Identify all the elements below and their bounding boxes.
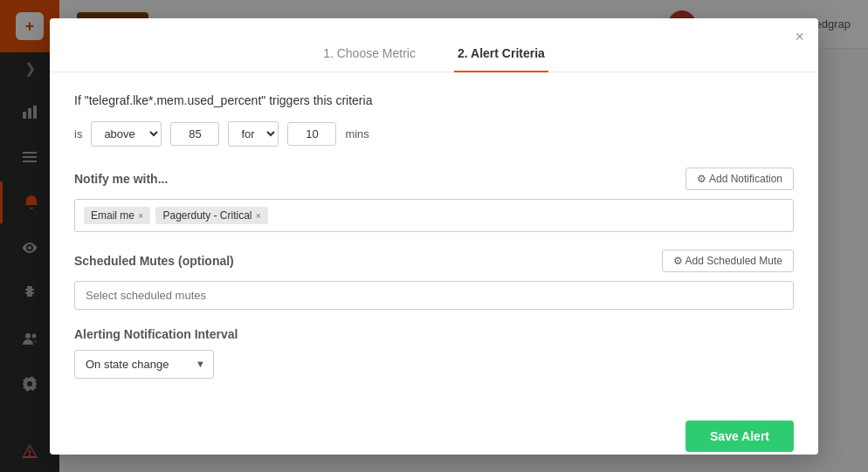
mutes-input[interactable] [74, 281, 794, 310]
modal-header: 1. Choose Metric 2. Alert Criteria × [50, 18, 818, 72]
modal-footer: Save Alert [50, 421, 818, 455]
mutes-section-header: Scheduled Mutes (optional) ⚙ Add Schedul… [74, 250, 794, 272]
tag-email-label: Email me [91, 209, 134, 222]
threshold-input[interactable] [170, 122, 219, 146]
tab-choose-metric[interactable]: 1. Choose Metric [320, 36, 419, 72]
tag-email-close[interactable]: × [138, 210, 143, 221]
modal-overlay: 1. Choose Metric 2. Alert Criteria × If … [0, 0, 868, 472]
criteria-description: If "telegraf.lke*.mem.used_percent" trig… [74, 93, 794, 107]
tag-pagerduty: Pagerduty - Critical × [155, 207, 267, 224]
notify-title: Notify me with... [74, 172, 168, 186]
mins-label: mins [345, 127, 369, 140]
save-alert-button[interactable]: Save Alert [685, 421, 794, 452]
notifications-tags-input[interactable]: Email me × Pagerduty - Critical × [74, 199, 794, 232]
modal: 1. Choose Metric 2. Alert Criteria × If … [50, 18, 818, 455]
notify-section-header: Notify me with... ⚙ Add Notification [74, 168, 794, 190]
add-notification-button[interactable]: ⚙ Add Notification [685, 168, 794, 190]
condition-is-label: is [74, 127, 82, 140]
add-scheduled-mute-button[interactable]: ⚙ Add Scheduled Mute [662, 250, 794, 272]
tag-pagerduty-label: Pagerduty - Critical [162, 209, 251, 222]
modal-close-button[interactable]: × [795, 29, 804, 44]
for-select[interactable]: for [228, 121, 279, 147]
interval-title: Alerting Notification Interval [74, 327, 794, 341]
interval-section: Alerting Notification Interval On state … [74, 327, 794, 379]
condition-row: is above below equals for mins [74, 121, 794, 147]
duration-input[interactable] [287, 122, 336, 146]
tab-alert-criteria[interactable]: 2. Alert Criteria [454, 36, 548, 72]
tag-pagerduty-close[interactable]: × [256, 210, 261, 221]
mutes-title: Scheduled Mutes (optional) [74, 254, 234, 268]
interval-select[interactable]: On state change Every 5 mins Every 15 mi… [74, 350, 214, 379]
tag-email-me: Email me × [84, 207, 150, 224]
operator-select[interactable]: above below equals [91, 121, 162, 147]
interval-select-wrap: On state change Every 5 mins Every 15 mi… [74, 350, 214, 379]
modal-body: If "telegraf.lke*.mem.used_percent" trig… [50, 72, 818, 421]
